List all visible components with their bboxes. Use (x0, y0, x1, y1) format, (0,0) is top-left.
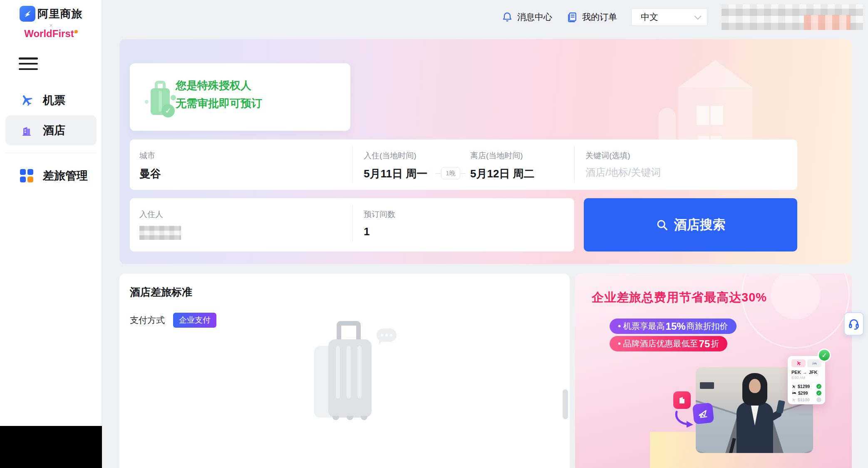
city-label: 城市 (139, 150, 161, 161)
keyword-field: 关键词(选填) (585, 139, 706, 190)
payment-row: 支付方式 企业支付 (130, 313, 216, 328)
sidebar-item-label: 差旅管理 (43, 168, 88, 183)
headset-icon (848, 318, 860, 330)
rooms-value: 1 (364, 225, 395, 238)
brand-partner-text: WorldFirst (24, 28, 74, 39)
sidebar: 阿里商旅 × WorldFirst 机票 (0, 0, 102, 426)
app-root: 阿里商旅 × WorldFirst 机票 (0, 0, 868, 468)
typing-bubble-icon (377, 329, 397, 342)
hotel-policy-card: 酒店差旅标准 支付方式 企业支付 (119, 274, 570, 468)
route-to: JFK (809, 370, 818, 375)
menu-toggle-button[interactable] (19, 57, 38, 70)
travel-app-icon (692, 403, 714, 425)
bullet-text: • 品牌酒店优惠最低至 (618, 338, 698, 349)
flight-price-card: PEK → JFK 8:00 AM $1299 ✓ $299 ✓ (788, 356, 825, 404)
message-center-label: 消息中心 (517, 11, 552, 23)
checkout-value: 5月12日 周二 (470, 167, 535, 181)
payment-label: 支付方式 (130, 314, 165, 326)
topbar: 消息中心 我的订单 中文 (102, 0, 868, 34)
hotel-tab-icon (807, 359, 821, 367)
brand-partner: WorldFirst (0, 28, 102, 39)
keyword-label: 关键词(选填) (585, 150, 706, 161)
city-value: 曼谷 (139, 167, 161, 181)
field-divider (574, 146, 575, 183)
my-orders-label: 我的订单 (582, 11, 617, 23)
keyword-input[interactable] (585, 167, 706, 178)
bullet-text: 商旅折扣价 (687, 321, 728, 332)
checkout-field[interactable]: 离店(当地时间) 5月12日 周二 (470, 139, 535, 190)
price-row: $299 ✓ (791, 391, 821, 396)
hotel-app-icon (673, 391, 691, 409)
sidebar-item-flights[interactable]: 机票 (5, 85, 97, 115)
bullet-text: • 机票享最高 (618, 321, 665, 332)
plane-icon (791, 396, 797, 403)
search-fields-row: 城市 曼谷 入住(当地时间) 5月11日 周一 1晚 离店(当地时间) 5月12… (130, 139, 797, 190)
policy-title: 酒店差旅标准 (130, 285, 192, 299)
city-field[interactable]: 城市 曼谷 (139, 139, 161, 190)
notice-line1: 您是特殊授权人 (176, 77, 262, 95)
grid-icon (20, 169, 34, 183)
message-center-link[interactable]: 消息中心 (501, 11, 552, 23)
promo-card: 企业差旅总费用节省最高达30% • 机票享最高15%商旅折扣价 • 品牌酒店优惠… (575, 274, 852, 468)
user-info-redacted[interactable] (722, 4, 863, 30)
bullet-highlight: 75 (698, 338, 711, 350)
notice-line2: 无需审批即可预订 (176, 95, 262, 112)
brand-app-icon (20, 6, 35, 22)
hotel-search-button[interactable]: 酒店搜索 (584, 198, 797, 251)
language-select[interactable]: 中文 (631, 8, 707, 26)
plane-icon (791, 383, 797, 389)
more-icon (816, 397, 821, 402)
flight-tab-icon (791, 359, 806, 367)
sidebar-item-hotel[interactable]: 酒店 (5, 115, 97, 145)
user-avatar-redacted (804, 15, 851, 30)
luggage-empty-illustration (314, 327, 397, 431)
route-from: PEK (791, 370, 801, 375)
price-row: $1299 ✓ (791, 384, 821, 389)
brand-name: 阿里商旅 (38, 7, 83, 21)
search-button-label: 酒店搜索 (674, 216, 726, 234)
promo-bullet-hotel: • 品牌酒店优惠最低至75折 (610, 336, 727, 351)
check-icon: ✓ (816, 384, 821, 389)
brand-logo[interactable]: 阿里商旅 × WorldFirst (0, 6, 102, 39)
worldfirst-tick-icon (74, 30, 78, 33)
field-divider (352, 146, 353, 183)
guest-field[interactable]: 入住人 (139, 198, 181, 251)
hotel-search-panel: ✓ 您是特殊授权人 无需审批即可预订 城市 曼谷 入住(当地时间) 5月11日 … (119, 39, 852, 264)
promo-title: 企业差旅总费用节省最高达30% (592, 289, 767, 306)
airplane-icon (20, 93, 34, 107)
search-icon (656, 219, 668, 231)
scrollbar-thumb[interactable] (563, 389, 568, 419)
price-value: $1299 (798, 384, 810, 389)
bullet-highlight: 15% (665, 321, 687, 332)
route-arrow-icon: → (803, 370, 807, 375)
price-value: $299 (798, 391, 808, 396)
brand-cross: × (0, 22, 102, 28)
guest-name-redacted (139, 226, 181, 240)
promo-bullet-flight: • 机票享最高15%商旅折扣价 (610, 319, 737, 334)
checkout-label: 离店(当地时间) (470, 150, 535, 161)
my-orders-link[interactable]: 我的订单 (566, 11, 617, 23)
sidebar-nav: 机票 酒店 差旅管理 (0, 85, 102, 191)
authorization-notice: ✓ 您是特殊授权人 无需审批即可预订 (130, 63, 350, 131)
bed-icon (791, 391, 796, 396)
checkin-value: 5月11日 周一 (364, 167, 427, 181)
sidebar-item-travel-management[interactable]: 差旅管理 (5, 161, 97, 191)
orders-icon (566, 11, 578, 23)
customer-service-button[interactable] (844, 312, 864, 336)
sidebar-divider (5, 153, 97, 153)
bell-icon (501, 11, 513, 23)
rooms-label: 预订间数 (364, 209, 395, 220)
field-divider (352, 205, 353, 241)
rooms-field[interactable]: 预订间数 1 (364, 198, 395, 251)
sidebar-item-label: 酒店 (43, 123, 65, 138)
price-row-rejected: $1130 (791, 397, 821, 402)
approved-check-icon: ✓ (818, 349, 831, 362)
nights-badge: 1晚 (441, 167, 460, 179)
luggage-check-icon: ✓ (145, 78, 178, 118)
check-icon: ✓ (816, 391, 821, 396)
language-value: 中文 (641, 11, 658, 23)
guest-rooms-row: 入住人 预订间数 1 (130, 198, 574, 251)
corporate-pay-badge: 企业支付 (173, 313, 216, 328)
checkin-field[interactable]: 入住(当地时间) 5月11日 周一 (364, 139, 427, 190)
hotel-building-icon (20, 123, 34, 137)
